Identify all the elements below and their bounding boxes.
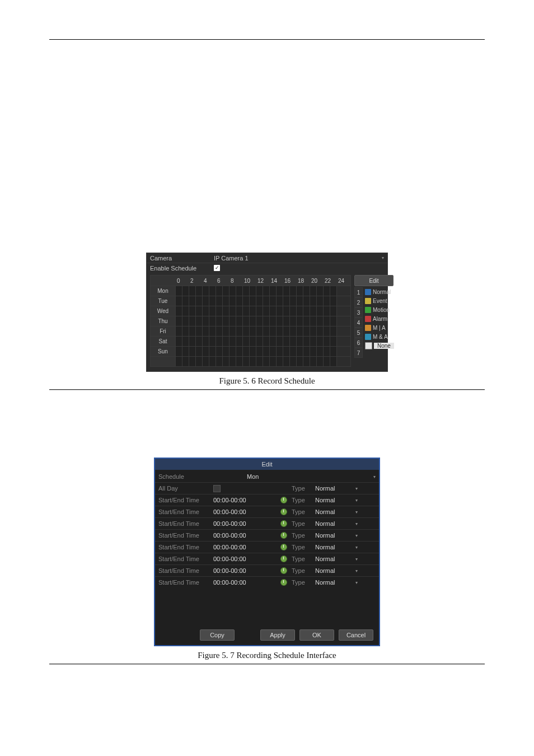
schedule-cell[interactable] (283, 316, 290, 326)
schedule-cell[interactable] (236, 296, 243, 306)
schedule-cell[interactable] (223, 296, 229, 306)
schedule-cell[interactable] (317, 316, 324, 326)
schedule-cell[interactable] (270, 296, 277, 306)
time-input[interactable]: 00:00-00:00 (213, 544, 292, 550)
schedule-cell[interactable] (324, 337, 330, 346)
schedule-cell[interactable] (176, 326, 182, 336)
schedule-cell[interactable] (324, 316, 330, 326)
schedule-cell[interactable] (263, 296, 270, 306)
schedule-cell[interactable] (310, 286, 317, 296)
schedule-cell[interactable] (223, 326, 229, 336)
schedule-cell[interactable] (189, 306, 196, 316)
schedule-cell[interactable] (203, 296, 209, 306)
allday-type-dropdown[interactable]: Normal ▾ (315, 485, 358, 492)
schedule-cell[interactable] (243, 347, 250, 356)
schedule-cell[interactable] (229, 316, 236, 326)
schedule-cell[interactable] (250, 286, 256, 296)
day-row[interactable]: Fri (151, 326, 350, 336)
schedule-cell[interactable] (256, 337, 263, 346)
schedule-cell[interactable] (203, 306, 209, 316)
schedule-cell[interactable] (216, 316, 223, 326)
legend-item[interactable]: M & A (365, 332, 394, 341)
schedule-cell[interactable] (209, 326, 216, 336)
clock-icon[interactable] (280, 497, 287, 503)
schedule-cell[interactable] (330, 347, 337, 356)
schedule-cell[interactable] (330, 286, 337, 296)
schedule-cell[interactable] (196, 286, 203, 296)
schedule-cell[interactable] (297, 326, 303, 336)
schedule-cell[interactable] (236, 347, 243, 356)
schedule-cell[interactable] (324, 306, 330, 316)
schedule-cell[interactable] (216, 326, 223, 336)
time-input[interactable]: 00:00-00:00 (213, 556, 292, 562)
schedule-cell[interactable] (330, 316, 337, 326)
schedule-cell[interactable] (324, 296, 330, 306)
day-row[interactable]: Mon (151, 286, 350, 296)
schedule-cell[interactable] (317, 306, 324, 316)
time-input[interactable]: 00:00-00:00 (213, 520, 292, 527)
schedule-cell[interactable] (256, 326, 263, 336)
schedule-cell[interactable] (283, 347, 290, 356)
schedule-cell[interactable] (317, 286, 324, 296)
schedule-cell[interactable] (283, 326, 290, 336)
camera-dropdown[interactable]: IP Camera 1 ▾ (212, 255, 387, 262)
schedule-cell[interactable] (250, 296, 256, 306)
schedule-cell[interactable] (270, 316, 277, 326)
schedule-cell[interactable] (216, 347, 223, 356)
schedule-cell[interactable] (277, 286, 283, 296)
schedule-cell[interactable] (250, 347, 256, 356)
schedule-cell[interactable] (263, 316, 270, 326)
schedule-cell[interactable] (270, 306, 277, 316)
allday-checkbox[interactable] (213, 485, 221, 492)
schedule-cell[interactable] (303, 347, 310, 356)
schedule-cell[interactable] (176, 337, 182, 346)
schedule-cell[interactable] (277, 316, 283, 326)
schedule-cell[interactable] (203, 286, 209, 296)
schedule-cell[interactable] (203, 347, 209, 356)
legend-item[interactable]: None (365, 341, 394, 350)
schedule-cell[interactable] (256, 306, 263, 316)
schedule-cell[interactable] (209, 347, 216, 356)
schedule-cell[interactable] (256, 347, 263, 356)
schedule-cell[interactable] (330, 337, 337, 346)
schedule-cell[interactable] (176, 286, 182, 296)
day-row[interactable]: Sat (151, 336, 350, 346)
schedule-cell[interactable] (250, 306, 256, 316)
time-input[interactable]: 00:00-00:00 (213, 508, 292, 515)
schedule-cell[interactable] (203, 326, 209, 336)
type-dropdown[interactable]: Normal▾ (315, 508, 358, 515)
schedule-cell[interactable] (189, 347, 196, 356)
schedule-cell[interactable] (243, 286, 250, 296)
time-input[interactable]: 00:00-00:00 (213, 567, 292, 574)
schedule-cell[interactable] (270, 347, 277, 356)
schedule-cell[interactable] (310, 316, 317, 326)
ok-button[interactable]: OK (299, 629, 334, 641)
schedule-cell[interactable] (229, 296, 236, 306)
schedule-cell[interactable] (270, 337, 277, 346)
schedule-cell[interactable] (229, 347, 236, 356)
schedule-cell[interactable] (182, 337, 189, 346)
schedule-cell[interactable] (297, 286, 303, 296)
clock-icon[interactable] (280, 508, 287, 515)
schedule-cell[interactable] (236, 286, 243, 296)
schedule-cell[interactable] (182, 306, 189, 316)
schedule-cell[interactable] (243, 316, 250, 326)
time-input[interactable]: 00:00-00:00 (213, 532, 292, 539)
schedule-cell[interactable] (330, 326, 337, 336)
schedule-cell[interactable] (283, 337, 290, 346)
schedule-cell[interactable] (236, 337, 243, 346)
type-dropdown[interactable]: Normal▾ (315, 579, 358, 586)
day-row[interactable]: Thu (151, 316, 350, 326)
schedule-cell[interactable] (297, 337, 303, 346)
schedule-cell[interactable] (263, 286, 270, 296)
schedule-cell[interactable] (223, 337, 229, 346)
schedule-cell[interactable] (324, 286, 330, 296)
schedule-cell[interactable] (277, 296, 283, 306)
schedule-cell[interactable] (303, 326, 310, 336)
type-dropdown[interactable]: Normal▾ (315, 532, 358, 539)
schedule-cell[interactable] (310, 296, 317, 306)
day-row[interactable]: Tue (151, 296, 350, 306)
type-dropdown[interactable]: Normal▾ (315, 556, 358, 562)
schedule-cell[interactable] (176, 296, 182, 306)
schedule-cell[interactable] (283, 296, 290, 306)
